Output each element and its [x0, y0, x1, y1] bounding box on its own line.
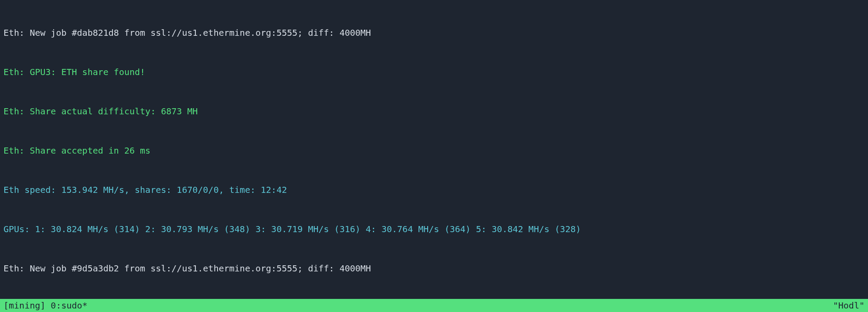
log-text: Eth: Share accepted in 26 ms [3, 145, 150, 156]
log-line: Eth: GPU3: ETH share found! [3, 65, 865, 79]
log-line: Eth speed: 153.942 MH/s, shares: 1670/0/… [3, 183, 865, 196]
statusbar-left: [mining] 0:sudo* [3, 299, 88, 312]
terminal-output[interactable]: Eth: New job #dab821d8 from ssl://us1.et… [0, 0, 868, 312]
log-text: Eth: Share actual difficulty: 6873 MH [3, 106, 198, 117]
log-line: Eth: New job #9d5a3db2 from ssl://us1.et… [3, 262, 865, 275]
log-line: Eth: Share accepted in 26 ms [3, 144, 865, 157]
log-line: GPUs: 1: 30.824 MH/s (314) 2: 30.793 MH/… [3, 223, 865, 236]
log-text: Eth: GPU3: ETH share found! [3, 67, 145, 77]
log-line: Eth: New job #dab821d8 from ssl://us1.et… [3, 26, 865, 39]
tmux-statusbar[interactable]: [mining] 0:sudo* "Hodl" [0, 299, 868, 312]
log-text: Eth speed: 153.942 MH/s, shares: 1670/0/… [3, 185, 287, 195]
log-text: Eth: New job #9d5a3db2 from ssl://us1.et… [3, 263, 371, 274]
log-line: Eth: Share actual difficulty: 6873 MH [3, 105, 865, 118]
statusbar-right: "Hodl" [833, 299, 865, 312]
log-text: GPUs: 1: 30.824 MH/s (314) 2: 30.793 MH/… [3, 224, 581, 234]
log-text: Eth: New job #dab821d8 from ssl://us1.et… [3, 27, 371, 38]
